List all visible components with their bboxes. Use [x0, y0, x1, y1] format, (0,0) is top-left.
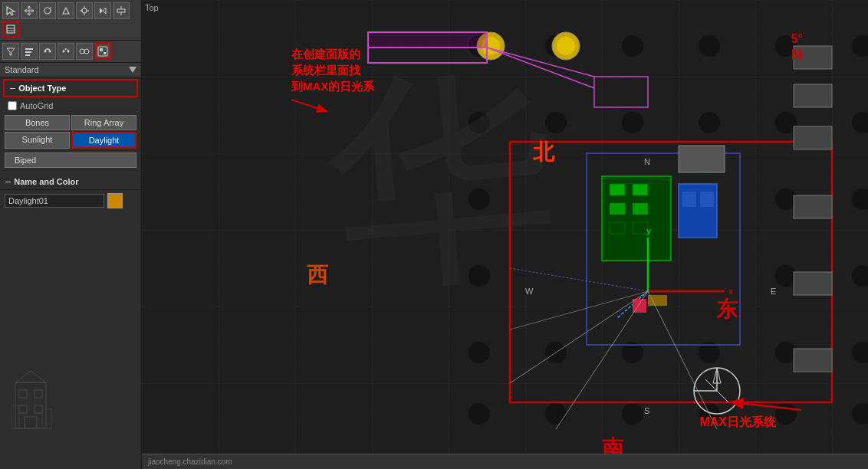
viewport-label: Top	[145, 3, 159, 12]
svg-rect-10	[7, 25, 15, 33]
biped-btn[interactable]: Biped	[5, 153, 136, 168]
svg-rect-27	[19, 390, 27, 398]
svg-point-1	[44, 8, 51, 14]
svg-point-64	[545, 403, 567, 425]
svg-rect-91	[679, 146, 725, 172]
object-type-section-header[interactable]: − Object Type	[3, 79, 138, 97]
toolbar-top	[0, 0, 141, 41]
dropdown-arrow-icon	[129, 67, 136, 73]
svg-rect-84	[610, 203, 625, 215]
autogrid-checkbox[interactable]	[8, 101, 17, 110]
svg-point-18	[63, 51, 65, 53]
svg-rect-82	[610, 184, 625, 195]
autogrid-label: AutoGrid	[20, 101, 53, 110]
svg-point-47	[622, 112, 643, 133]
north-annotation: 5° N	[791, 32, 803, 64]
color-swatch[interactable]	[107, 193, 123, 208]
select-tool-btn[interactable]	[2, 2, 19, 19]
unlink-btn[interactable]	[58, 43, 74, 60]
link-btn[interactable]	[39, 43, 56, 60]
layers-tool-btn[interactable]	[2, 21, 19, 38]
move-tool-btn[interactable]	[21, 2, 38, 19]
svg-rect-96	[794, 272, 832, 295]
max-system-annotation: MAX日光系统	[699, 415, 776, 431]
svg-marker-32	[15, 371, 46, 382]
daylight-btn[interactable]: Daylight	[71, 132, 136, 149]
svg-rect-24	[104, 52, 106, 54]
svg-rect-90	[700, 192, 714, 207]
ring-array-btn[interactable]: Ring Array	[71, 115, 136, 130]
svg-marker-25	[129, 67, 136, 73]
bei-annotation: 北	[533, 138, 554, 167]
bones-btn[interactable]: Bones	[5, 115, 70, 130]
standard-dropdown[interactable]: Standard	[0, 63, 141, 77]
bottom-url: jiaocheng.chazidian.com	[148, 458, 232, 466]
svg-point-67	[775, 403, 797, 425]
svg-text:N: N	[644, 157, 650, 166]
snap-tool-btn[interactable]	[76, 2, 93, 19]
named-sel-btn[interactable]	[21, 43, 38, 60]
name-input-row	[5, 193, 136, 208]
svg-point-65	[622, 403, 643, 425]
svg-rect-89	[682, 192, 696, 207]
viewport[interactable]: Top	[142, 0, 868, 469]
object-type-label: Object Type	[18, 84, 66, 93]
svg-point-41	[622, 35, 643, 57]
svg-point-21	[84, 49, 89, 54]
svg-point-17	[49, 51, 51, 53]
main-container: Standard − Object Type AutoGrid Bones Ri…	[0, 0, 868, 469]
autogrid-row: AutoGrid	[0, 99, 141, 113]
name-color-collapse-icon: −	[5, 176, 11, 187]
mirror-tool-btn[interactable]	[94, 2, 111, 19]
light-btn[interactable]	[94, 43, 111, 60]
svg-rect-83	[633, 184, 648, 195]
name-color-section-header[interactable]: − Name and Color	[0, 174, 141, 190]
toolbar-second	[0, 41, 141, 63]
svg-point-73	[557, 37, 575, 55]
svg-rect-30	[35, 405, 42, 413]
building-icon-area	[0, 359, 141, 469]
svg-rect-97	[794, 349, 832, 372]
svg-point-57	[469, 342, 490, 363]
name-input[interactable]	[5, 194, 104, 208]
svg-rect-28	[35, 390, 42, 398]
svg-point-63	[469, 403, 490, 425]
xi-annotation: 西	[307, 261, 328, 290]
svg-point-2	[82, 8, 87, 13]
bottom-bar: jiaocheng.chazidian.com	[142, 454, 868, 469]
compass-n: N	[791, 46, 803, 64]
svg-rect-29	[19, 405, 27, 413]
object-type-buttons: Bones Ring Array Sunlight Daylight	[0, 113, 141, 151]
svg-rect-87	[633, 222, 648, 234]
svg-rect-15	[25, 54, 30, 56]
sunlight-btn[interactable]: Sunlight	[5, 132, 70, 149]
scale-tool-btn[interactable]	[58, 2, 74, 19]
svg-rect-86	[610, 222, 625, 234]
svg-rect-75	[368, 32, 487, 48]
svg-rect-95	[794, 195, 832, 218]
svg-rect-94	[794, 126, 832, 149]
svg-rect-13	[25, 48, 33, 50]
biped-row: Biped	[0, 151, 141, 169]
filter-tool-btn[interactable]	[2, 43, 19, 60]
svg-point-48	[699, 112, 720, 133]
dong-annotation: 东	[716, 295, 738, 324]
instruction-annotation: 在创建面版的系统栏里面找到MAX的日光系	[291, 46, 374, 94]
align-tool-btn[interactable]	[113, 2, 130, 19]
rotate-tool-btn[interactable]	[39, 2, 56, 19]
standard-label: Standard	[5, 65, 39, 74]
name-color-section	[0, 190, 141, 212]
svg-point-19	[67, 51, 70, 53]
section-collapse-icon: −	[9, 83, 15, 93]
svg-marker-0	[7, 7, 15, 15]
svg-rect-14	[25, 51, 31, 53]
svg-text:S: S	[644, 406, 649, 415]
svg-rect-85	[633, 203, 648, 215]
svg-point-20	[80, 49, 84, 54]
name-color-label: Name and Color	[14, 177, 78, 186]
svg-point-16	[44, 51, 47, 53]
make-unique-btn[interactable]	[76, 43, 93, 60]
svg-point-42	[699, 35, 720, 57]
svg-text:y: y	[646, 226, 652, 235]
svg-rect-31	[25, 417, 37, 428]
